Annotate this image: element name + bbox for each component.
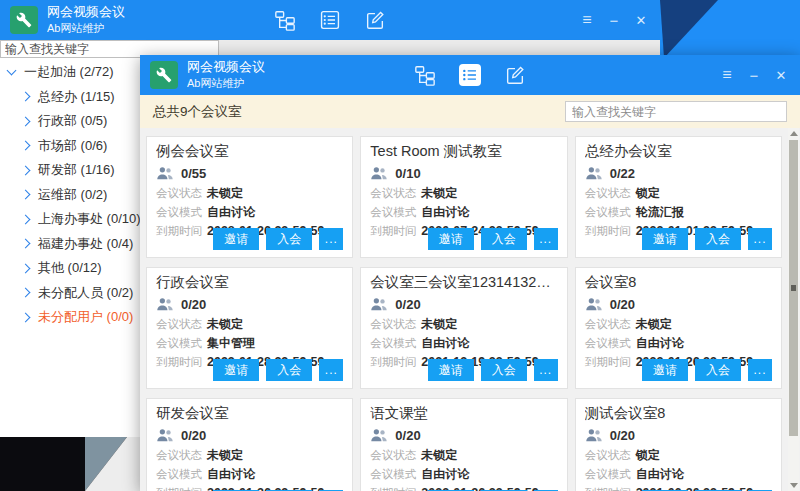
meeting-mode-label: 会议模式 [370, 206, 418, 219]
room-list-icon-active[interactable] [459, 64, 481, 86]
close-icon[interactable]: ✕ [772, 69, 790, 82]
meeting-mode-label: 会议模式 [585, 337, 633, 350]
minimize-icon[interactable]: − [605, 13, 623, 28]
tree-item-label: 未分配人员 (0/2) [38, 284, 133, 302]
meeting-room-card: 会议室8 0/20 会议状态 未锁定 会议模式 [575, 267, 782, 389]
people-icon [156, 166, 174, 180]
more-button[interactable]: ... [534, 228, 558, 250]
meeting-status-label: 会议状态 [156, 449, 204, 462]
meeting-status-row: 会议状态 未锁定 [156, 449, 343, 462]
meeting-status-label: 会议状态 [585, 449, 633, 462]
tree-item[interactable]: 市场部 (0/6) [0, 134, 145, 159]
vertical-scrollbar[interactable] [788, 128, 799, 491]
tree-item[interactable]: 总经办 (1/15) [0, 85, 145, 110]
tree-item[interactable]: 上海办事处 (0/10) [0, 207, 145, 232]
scroll-down-arrow-icon[interactable] [790, 483, 798, 488]
expire-time-label: 到期时间 [156, 356, 204, 369]
app-subtitle: Ab网站维护 [47, 21, 125, 35]
meeting-mode-value: 轮流汇报 [636, 206, 684, 219]
people-icon [370, 297, 388, 311]
invite-button[interactable]: 邀请 [428, 359, 474, 381]
meeting-mode-row: 会议模式 自由讨论 [370, 206, 557, 219]
scrollbar-thumb[interactable] [789, 140, 798, 436]
people-icon [156, 297, 174, 311]
room-search-input[interactable] [565, 101, 787, 122]
meeting-status-value: 未锁定 [207, 449, 243, 462]
card-actions: 邀请 入会 ... [428, 359, 558, 381]
meeting-status-value: 未锁定 [207, 187, 243, 200]
invite-button[interactable]: 邀请 [213, 228, 259, 250]
tree-item[interactable]: 福建办事处 (0/4) [0, 232, 145, 257]
meeting-status-label: 会议状态 [156, 318, 204, 331]
meeting-mode-label: 会议模式 [370, 468, 418, 481]
meeting-status-row: 会议状态 未锁定 [370, 449, 557, 462]
tree-item[interactable]: 运维部 (0/2) [0, 183, 145, 208]
tree-item-label: 总经办 (1/15) [38, 88, 115, 106]
org-chart-icon[interactable] [414, 64, 436, 86]
chevron-right-icon [21, 165, 31, 175]
join-button[interactable]: 入会 [266, 228, 312, 250]
meeting-rooms-window: 网会视频会议 Ab网站维护 ≡ − ✕ 总共9个会议室 [140, 55, 800, 491]
more-button[interactable]: ... [748, 359, 772, 381]
meeting-status-value: 锁定 [636, 187, 660, 200]
org-tree: 一起加油 (2/72) 总经办 (1/15) 行政部 (0/5) [0, 58, 145, 330]
room-title: 研发会议室 [156, 404, 343, 423]
wallpaper-bottom-left [0, 437, 141, 491]
compose-edit-icon[interactable] [364, 9, 386, 31]
tree-item-label: 市场部 (0/6) [38, 137, 107, 155]
meeting-mode-label: 会议模式 [156, 337, 204, 350]
minimize-icon[interactable]: − [745, 68, 763, 83]
room-occupancy: 0/55 [181, 166, 206, 181]
chevron-down-icon [7, 66, 17, 76]
chevron-right-icon [21, 92, 31, 102]
tree-item[interactable]: 其他 (0/12) [0, 256, 145, 281]
join-button[interactable]: 入会 [266, 359, 312, 381]
room-count-text: 总共9个会议室 [153, 103, 242, 121]
tree-item[interactable]: 未分配用户 (0/0) [0, 305, 145, 330]
card-actions: 邀请 入会 ... [642, 359, 772, 381]
meeting-status-label: 会议状态 [370, 187, 418, 200]
occupancy-row: 0/20 [585, 296, 772, 312]
join-button[interactable]: 入会 [695, 228, 741, 250]
meeting-mode-value: 自由讨论 [207, 468, 255, 481]
invite-button[interactable]: 邀请 [642, 359, 688, 381]
room-list-icon[interactable] [319, 9, 341, 31]
compose-edit-icon[interactable] [504, 64, 526, 86]
join-button[interactable]: 入会 [481, 359, 527, 381]
tree-item-root[interactable]: 一起加油 (2/72) [0, 60, 145, 85]
tree-item[interactable]: 行政部 (0/5) [0, 109, 145, 134]
tree-item[interactable]: 未分配人员 (0/2) [0, 281, 145, 306]
menu-icon[interactable]: ≡ [718, 67, 736, 83]
join-button[interactable]: 入会 [695, 359, 741, 381]
scroll-up-arrow-icon[interactable] [790, 131, 798, 136]
meeting-status-row: 会议状态 未锁定 [156, 187, 343, 200]
more-button[interactable]: ... [319, 359, 343, 381]
summary-bar: 总共9个会议室 [140, 95, 800, 128]
menu-icon[interactable]: ≡ [578, 12, 596, 28]
more-button[interactable]: ... [748, 228, 772, 250]
tree-item[interactable]: 研发部 (1/16) [0, 158, 145, 183]
expire-time-label: 到期时间 [370, 225, 418, 238]
room-title: 会议室三会议室123141324141三会... [370, 273, 557, 292]
expire-time-label: 到期时间 [370, 487, 418, 491]
invite-button[interactable]: 邀请 [428, 228, 474, 250]
meeting-mode-value: 自由讨论 [207, 206, 255, 219]
room-occupancy: 0/20 [181, 297, 206, 312]
org-chart-icon[interactable] [274, 9, 296, 31]
occupancy-row: 0/20 [585, 427, 772, 443]
room-title: Test Room 测试教室 [370, 142, 557, 161]
close-icon[interactable]: ✕ [632, 14, 650, 27]
meeting-mode-row: 会议模式 自由讨论 [370, 468, 557, 481]
meeting-status-value: 锁定 [636, 449, 660, 462]
app-titles: 网会视频会议 Ab网站维护 [187, 59, 265, 90]
join-button[interactable]: 入会 [481, 228, 527, 250]
invite-button[interactable]: 邀请 [642, 228, 688, 250]
invite-button[interactable]: 邀请 [213, 359, 259, 381]
meeting-mode-row: 会议模式 自由讨论 [585, 337, 772, 350]
more-button[interactable]: ... [319, 228, 343, 250]
tree-item-label: 一起加油 (2/72) [24, 63, 114, 81]
room-title: 测试会议室8 [585, 404, 772, 423]
more-button[interactable]: ... [534, 359, 558, 381]
meeting-status-row: 会议状态 未锁定 [585, 318, 772, 331]
room-title: 语文课堂 [370, 404, 557, 423]
